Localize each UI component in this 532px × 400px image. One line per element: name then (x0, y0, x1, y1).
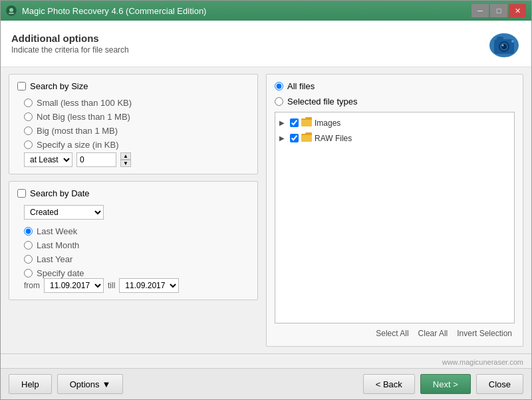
footer-url: www.magicuneraser.com (442, 358, 523, 366)
search-by-date-group: Search by Date Created Modified Accessed… (9, 181, 258, 300)
next-button[interactable]: Next > (420, 374, 471, 394)
file-tree-buttons: Select All Clear All Invert Selection (275, 327, 515, 339)
size-option-notbig[interactable]: Not Big (less than 1 MB) (24, 112, 249, 122)
size-option-small[interactable]: Small (less than 100 KB) (24, 98, 249, 108)
header-text: Additional options Indicate the criteria… (11, 33, 129, 55)
date-option-lastmonth[interactable]: Last Month (24, 240, 249, 250)
page-subtitle: Indicate the criteria for file search (11, 45, 129, 55)
svg-point-1 (9, 8, 13, 12)
close-button[interactable]: Close (476, 374, 523, 394)
maximize-button[interactable]: □ (490, 4, 507, 17)
header-camera-icon (487, 29, 521, 59)
svg-rect-5 (497, 37, 503, 41)
folder-icon-raw (301, 132, 312, 144)
size-group-title: Search by Size (17, 81, 249, 91)
date-option-specify[interactable]: Specify date (24, 268, 249, 278)
size-spin-up[interactable]: ▲ (120, 152, 131, 160)
options-arrow-icon: ▼ (102, 379, 111, 389)
options-label: Options (70, 379, 100, 389)
tree-checkbox-images[interactable] (290, 118, 299, 127)
size-input-row: at Least at Most ▲ ▼ (17, 152, 249, 167)
title-bar-controls: ─ □ ✕ (471, 4, 526, 17)
date-option-lastyear[interactable]: Last Year (24, 254, 249, 264)
tree-checkbox-raw[interactable] (290, 134, 299, 142)
svg-point-9 (502, 45, 504, 47)
title-bar-left: Magic Photo Recovery 4.6 (Commercial Edi… (6, 5, 206, 16)
footer-bar: www.magicuneraser.com (1, 353, 531, 368)
size-option-specify[interactable]: Specify a size (in KB) (24, 140, 249, 150)
bottom-bar: Help Options ▼ < Back Next > Close (1, 368, 531, 399)
size-value-input[interactable] (76, 152, 116, 167)
date-till-label: till (108, 281, 115, 290)
header: Additional options Indicate the criteria… (1, 21, 531, 67)
tree-item-raw[interactable]: ▶ RAW Files (278, 130, 511, 146)
minimize-button[interactable]: ─ (471, 4, 489, 17)
date-options-group: Created Modified Accessed Last Week Last… (17, 205, 249, 278)
size-radio-group: Small (less than 100 KB) Not Big (less t… (17, 98, 249, 150)
tree-label-raw: RAW Files (315, 134, 352, 143)
folder-icon-images (301, 117, 312, 128)
select-all-button[interactable]: Select All (373, 327, 411, 339)
size-spin-down[interactable]: ▼ (120, 160, 131, 167)
svg-rect-2 (9, 13, 14, 14)
selected-files-radio[interactable] (275, 97, 283, 106)
svg-point-10 (511, 40, 514, 43)
main-window: Magic Photo Recovery 4.6 (Commercial Edi… (0, 0, 532, 400)
main-content: Search by Size Small (less than 100 KB) … (1, 67, 531, 353)
tree-arrow-images: ▶ (279, 119, 287, 126)
size-option-big[interactable]: Big (most than 1 MB) (24, 126, 249, 136)
date-option-lastweek[interactable]: Last Week (24, 226, 249, 236)
invert-selection-button[interactable]: Invert Selection (454, 327, 515, 339)
back-button[interactable]: < Back (363, 374, 415, 394)
tree-arrow-raw: ▶ (279, 134, 287, 142)
date-till-input[interactable]: 11.09.2017 (119, 278, 179, 293)
selected-files-label[interactable]: Selected file types (287, 97, 358, 106)
date-from-input[interactable]: 11.09.2017 (44, 278, 104, 293)
app-icon (6, 5, 17, 16)
date-type-select[interactable]: Created Modified Accessed (24, 205, 104, 220)
search-by-size-label[interactable]: Search by Size (30, 81, 88, 91)
file-type-panel: All files Selected file types ▶ (266, 74, 523, 347)
tree-label-images: Images (315, 118, 340, 128)
page-title: Additional options (11, 33, 129, 44)
search-by-date-label[interactable]: Search by Date (30, 188, 90, 198)
all-files-radio[interactable] (275, 82, 283, 91)
size-preset-select[interactable]: at Least at Most (24, 152, 72, 167)
search-by-size-group: Search by Size Small (less than 100 KB) … (9, 74, 258, 174)
all-files-row: All files (275, 81, 515, 91)
date-range-row: from 11.09.2017 till 11.09.2017 (17, 278, 249, 293)
clear-button[interactable]: Clear All (416, 327, 451, 339)
help-button[interactable]: Help (9, 374, 52, 394)
close-window-button[interactable]: ✕ (509, 4, 526, 17)
options-button[interactable]: Options ▼ (57, 374, 124, 394)
right-panel: All files Selected file types ▶ (266, 74, 523, 347)
all-files-label[interactable]: All files (287, 81, 315, 91)
window-title: Magic Photo Recovery 4.6 (Commercial Edi… (22, 6, 206, 16)
selected-files-row: Selected file types (275, 97, 515, 106)
left-panel: Search by Size Small (less than 100 KB) … (9, 74, 258, 347)
date-from-label: from (24, 281, 40, 290)
date-group-title: Search by Date (17, 188, 249, 198)
search-by-date-checkbox[interactable] (17, 189, 26, 198)
search-by-size-checkbox[interactable] (17, 82, 26, 91)
title-bar: Magic Photo Recovery 4.6 (Commercial Edi… (1, 1, 531, 21)
file-type-tree[interactable]: ▶ Images ▶ (275, 112, 515, 323)
tree-item-images[interactable]: ▶ Images (278, 115, 511, 130)
size-spinner: ▲ ▼ (120, 152, 131, 167)
